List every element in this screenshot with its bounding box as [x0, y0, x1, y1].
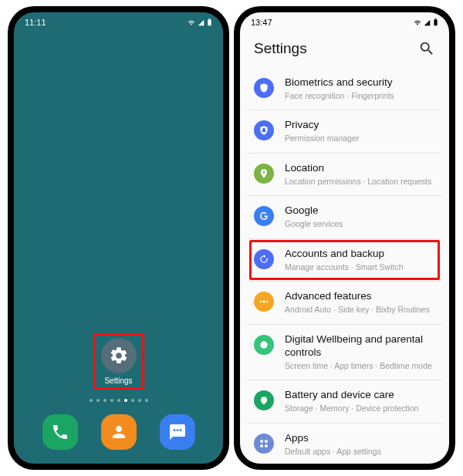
page-dot[interactable] — [117, 399, 120, 402]
phone-left: 11:11 Settings — [8, 6, 229, 470]
settings-screen: 13:47 Settings Biometrics and securityFa… — [240, 12, 449, 464]
battery-icon — [433, 19, 438, 26]
wifi-icon — [188, 19, 195, 26]
svg-rect-10 — [260, 444, 263, 447]
settings-item-subtitle: Screen time · App timers · Bedtime mode — [285, 361, 435, 371]
wifi-icon — [414, 19, 421, 26]
svg-point-6 — [266, 301, 268, 302]
settings-item-title: Biometrics and security — [285, 76, 435, 89]
home-screen: 11:11 Settings — [14, 12, 223, 464]
settings-item-text: LocationLocation permissions · Location … — [285, 162, 435, 186]
signal-icon — [424, 19, 431, 26]
settings-item-subtitle: Default apps · App settings — [285, 447, 435, 457]
google-icon — [254, 206, 274, 226]
svg-rect-2 — [434, 19, 437, 25]
location-icon — [254, 164, 274, 184]
settings-item-text: GoogleGoogle services — [285, 204, 435, 228]
settings-item-google[interactable]: GoogleGoogle services — [248, 196, 441, 238]
settings-item-biometrics-and-security[interactable]: Biometrics and securityFace recognition … — [248, 68, 441, 110]
battery-icon — [207, 19, 212, 26]
svg-rect-3 — [434, 19, 436, 19]
settings-item-title: Apps — [285, 432, 435, 445]
settings-item-location[interactable]: LocationLocation permissions · Location … — [248, 154, 441, 196]
page-dot[interactable] — [96, 399, 100, 402]
svg-point-5 — [260, 301, 262, 302]
wellbeing-icon — [254, 335, 274, 355]
page-dot[interactable] — [103, 399, 106, 402]
settings-app-icon[interactable] — [101, 338, 137, 373]
dock-messages[interactable] — [160, 414, 195, 450]
settings-item-battery-and-device-care[interactable]: Battery and device careStorage · Memory … — [248, 380, 441, 423]
gear-icon — [109, 346, 129, 366]
settings-item-apps[interactable]: AppsDefault apps · App settings — [248, 424, 441, 464]
svg-rect-0 — [208, 19, 211, 25]
apps-icon — [254, 434, 274, 454]
page-title: Settings — [254, 40, 307, 57]
settings-item-text: AppsDefault apps · App settings — [285, 432, 435, 456]
messages-icon — [168, 423, 187, 441]
advanced-icon — [254, 292, 274, 312]
shield-icon — [254, 78, 274, 98]
settings-item-title: Accounts and backup — [285, 248, 435, 261]
settings-item-text: Biometrics and securityFace recognition … — [285, 76, 435, 100]
status-icons — [414, 19, 438, 26]
home-body: Settings — [14, 32, 223, 464]
settings-header: Settings — [240, 32, 449, 68]
settings-item-title: Advanced features — [285, 290, 435, 303]
page-dot[interactable] — [131, 399, 134, 402]
page-dot[interactable] — [90, 399, 93, 402]
privacy-icon — [254, 120, 274, 140]
dock-phone[interactable] — [42, 414, 78, 450]
settings-item-text: Digital Wellbeing and parental controlsS… — [285, 333, 435, 370]
settings-item-title: Digital Wellbeing and parental controls — [285, 333, 435, 360]
page-dot[interactable] — [110, 399, 113, 402]
settings-item-title: Battery and device care — [285, 389, 435, 402]
status-time: 11:11 — [25, 18, 46, 27]
settings-app-wrapper: Settings — [101, 338, 137, 385]
contacts-icon — [110, 423, 128, 441]
care-icon — [254, 390, 274, 410]
svg-rect-11 — [265, 444, 268, 447]
settings-item-subtitle: Location permissions · Location requests — [285, 177, 435, 187]
settings-item-title: Location — [285, 162, 435, 175]
backup-icon — [254, 249, 274, 269]
status-time: 13:47 — [251, 18, 272, 27]
settings-item-subtitle: Face recognition · Fingerprints — [285, 91, 435, 101]
settings-item-text: Battery and device careStorage · Memory … — [285, 389, 435, 413]
dock — [42, 414, 195, 450]
dock-contacts[interactable] — [101, 414, 137, 450]
settings-list[interactable]: Biometrics and securityFace recognition … — [240, 68, 449, 464]
status-bar-left: 11:11 — [14, 12, 223, 32]
page-dot[interactable] — [124, 399, 127, 402]
page-indicator — [90, 399, 148, 402]
svg-rect-8 — [260, 440, 263, 443]
svg-point-4 — [262, 301, 265, 304]
status-bar-right: 13:47 — [240, 12, 449, 32]
search-button[interactable] — [418, 40, 435, 57]
page-dot[interactable] — [145, 399, 148, 402]
svg-rect-9 — [265, 440, 268, 443]
settings-item-subtitle: Android Auto · Side key · Bixby Routines — [285, 305, 435, 315]
settings-item-advanced-features[interactable]: Advanced featuresAndroid Auto · Side key… — [248, 282, 441, 324]
svg-rect-1 — [208, 19, 210, 19]
phone-icon — [51, 423, 69, 441]
settings-item-digital-wellbeing-and-parental-controls[interactable]: Digital Wellbeing and parental controlsS… — [248, 325, 441, 380]
settings-item-privacy[interactable]: PrivacyPermission manager — [248, 110, 441, 153]
settings-item-subtitle: Google services — [285, 219, 435, 229]
search-icon — [418, 40, 435, 57]
signal-icon — [198, 19, 204, 26]
settings-item-text: PrivacyPermission manager — [285, 119, 435, 143]
settings-item-text: Advanced featuresAndroid Auto · Side key… — [285, 290, 435, 314]
phone-right: 13:47 Settings Biometrics and securityFa… — [234, 6, 455, 470]
settings-item-title: Privacy — [285, 119, 435, 132]
settings-item-title: Google — [285, 204, 435, 218]
status-icons — [188, 19, 212, 26]
page-dot[interactable] — [138, 399, 141, 402]
settings-item-subtitle: Storage · Memory · Device protection — [285, 403, 435, 414]
settings-item-text: Accounts and backupManage accounts · Sma… — [285, 248, 435, 272]
settings-item-accounts-and-backup[interactable]: Accounts and backupManage accounts · Sma… — [248, 239, 441, 282]
settings-item-subtitle: Manage accounts · Smart Switch — [285, 262, 435, 272]
settings-item-subtitle: Permission manager — [285, 133, 435, 143]
svg-point-7 — [260, 341, 267, 348]
settings-app-label: Settings — [104, 376, 132, 385]
